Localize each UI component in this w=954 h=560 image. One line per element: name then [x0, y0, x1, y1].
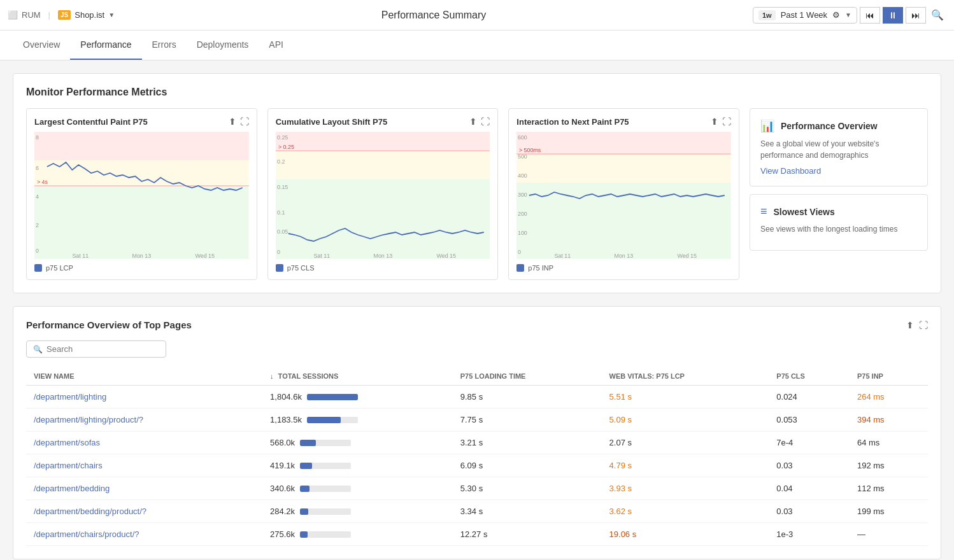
- svg-text:600: 600: [518, 134, 527, 141]
- cell-cls: 0.053: [769, 409, 850, 431]
- cell-view[interactable]: /department/lighting: [26, 386, 262, 409]
- cell-loading: 3.21 s: [453, 431, 602, 454]
- svg-text:0: 0: [277, 249, 280, 255]
- cell-view[interactable]: /department/lighting/product/?: [26, 409, 262, 431]
- svg-rect-13: [276, 132, 490, 151]
- cell-cls: 7e-4: [769, 431, 850, 454]
- forward-button[interactable]: ⏭: [906, 7, 926, 24]
- table-export-button[interactable]: ⬆: [906, 320, 914, 330]
- inp-chart-area: > 500ms 600 500 400 300 200 100 0 Sat 11…: [516, 132, 731, 259]
- svg-text:Mon 13: Mon 13: [132, 253, 151, 259]
- tab-performance[interactable]: Performance: [70, 31, 141, 60]
- pause-button[interactable]: ⏸: [883, 7, 903, 24]
- search-box[interactable]: 🔍: [26, 340, 166, 358]
- svg-text:Wed 15: Wed 15: [678, 253, 697, 259]
- svg-text:500: 500: [518, 153, 527, 160]
- cls-chart-area: > 0.25 0.25 0.2 0.15 0.1 0.05 0 Sat 11 M…: [276, 132, 490, 259]
- col-loading-time[interactable]: P75 LOADING TIME: [453, 367, 602, 386]
- lcp-expand-button[interactable]: ⛶: [240, 116, 249, 127]
- page-title: Performance Summary: [122, 10, 745, 21]
- cell-inp: 64 ms: [850, 431, 928, 454]
- svg-text:Sat 11: Sat 11: [313, 253, 330, 259]
- metrics-card-title: Monitor Performance Metrics: [26, 87, 928, 98]
- inp-chart-panel: Interaction to Next Paint P75 ⬆ ⛶ > 500m…: [508, 108, 739, 280]
- col-lcp[interactable]: WEB VITALS: P75 LCP: [602, 367, 769, 386]
- slowest-views-panel: ≡ Slowest Views See views with the longe…: [750, 194, 928, 251]
- col-view-name: VIEW NAME: [26, 367, 262, 386]
- svg-text:0.25: 0.25: [277, 134, 288, 141]
- app-icon: JS: [58, 10, 71, 20]
- table-row: /department/chairs/product/? 275.6k 12.2…: [26, 523, 928, 546]
- cell-sessions: 275.6k: [262, 523, 453, 546]
- cell-inp: 394 ms: [850, 409, 928, 431]
- inp-expand-button[interactable]: ⛶: [722, 116, 731, 127]
- table-actions: ⬆ ⛶: [906, 320, 928, 330]
- table-section: Performance Overview of Top Pages ⬆ ⛶ 🔍 …: [13, 306, 941, 559]
- search-input[interactable]: [46, 344, 159, 354]
- svg-rect-28: [516, 154, 731, 183]
- rewind-button[interactable]: ⏮: [860, 7, 880, 24]
- svg-text:> 4s: > 4s: [37, 179, 48, 185]
- svg-text:0.1: 0.1: [277, 209, 285, 216]
- cls-legend-label: p75 CLS: [287, 264, 315, 272]
- tab-errors[interactable]: Errors: [142, 31, 187, 60]
- time-label: Past 1 Week: [781, 10, 827, 20]
- cell-view[interactable]: /department/sofas: [26, 431, 262, 454]
- lcp-export-button[interactable]: ⬆: [229, 116, 236, 127]
- cell-view[interactable]: /department/chairs: [26, 454, 262, 477]
- svg-rect-27: [516, 132, 731, 154]
- app-header: ⬜ RUM | JS Shop.ist ▼ Performance Summar…: [0, 0, 954, 31]
- search-icon: 🔍: [33, 345, 43, 354]
- cls-expand-button[interactable]: ⛶: [481, 116, 490, 127]
- cell-inp: 112 ms: [850, 477, 928, 500]
- cell-loading: 12.27 s: [453, 523, 602, 546]
- cell-loading: 3.34 s: [453, 500, 602, 523]
- search-button[interactable]: 🔍: [929, 6, 946, 24]
- svg-rect-1: [34, 160, 249, 186]
- app-name: Shop.ist: [75, 10, 104, 20]
- cell-view[interactable]: /department/bedding: [26, 477, 262, 500]
- svg-text:Wed 15: Wed 15: [436, 253, 456, 259]
- chevron-down-icon: ▼: [108, 11, 115, 18]
- cell-loading: 7.75 s: [453, 409, 602, 431]
- view-dashboard-link[interactable]: View Dashboard: [760, 166, 821, 176]
- time-range-selector[interactable]: 1w Past 1 Week ⚙ ▼: [753, 7, 857, 24]
- cell-view[interactable]: /department/chairs/product/?: [26, 523, 262, 546]
- tab-overview[interactable]: Overview: [13, 31, 70, 60]
- tab-deployments[interactable]: Deployments: [187, 31, 259, 60]
- inp-export-button[interactable]: ⬆: [711, 116, 718, 127]
- table-row: /department/bedding 340.6k 5.30 s 3.93 s…: [26, 477, 928, 500]
- tab-api[interactable]: API: [259, 31, 294, 60]
- cls-export-button[interactable]: ⬆: [469, 116, 477, 127]
- side-panels: 📊 Performance Overview See a global view…: [750, 108, 928, 251]
- svg-text:4: 4: [36, 193, 39, 200]
- table-header-row: VIEW NAME ↓ TOTAL SESSIONS P75 LOADING T…: [26, 367, 928, 386]
- svg-text:0.05: 0.05: [277, 228, 288, 235]
- perf-overview-title: Performance Overview: [781, 121, 878, 131]
- table-row: /department/bedding/product/? 284.2k 3.3…: [26, 500, 928, 523]
- cell-view[interactable]: /department/bedding/product/?: [26, 500, 262, 523]
- lcp-chart-title: Largest Contentful Paint P75: [34, 117, 148, 127]
- pages-table: VIEW NAME ↓ TOTAL SESSIONS P75 LOADING T…: [26, 367, 928, 546]
- col-cls[interactable]: P75 CLS: [769, 367, 850, 386]
- svg-text:0: 0: [36, 248, 39, 254]
- cell-loading: 5.30 s: [453, 477, 602, 500]
- svg-text:> 500ms: > 500ms: [519, 147, 541, 153]
- cell-cls: 0.03: [769, 500, 850, 523]
- svg-text:Sat 11: Sat 11: [72, 253, 89, 259]
- svg-text:Mon 13: Mon 13: [373, 253, 392, 259]
- svg-text:200: 200: [518, 211, 527, 217]
- table-expand-button[interactable]: ⛶: [919, 320, 928, 330]
- app-selector[interactable]: JS Shop.ist ▼: [58, 10, 115, 20]
- inp-chart-header: Interaction to Next Paint P75 ⬆ ⛶: [516, 116, 731, 127]
- col-inp[interactable]: P75 INP: [850, 367, 928, 386]
- lcp-chart-area: > 4s 8 6 4 2 0 Sat 11 Mon 13 Wed 15: [34, 132, 249, 259]
- inp-chart-actions: ⬆ ⛶: [711, 116, 731, 127]
- col-total-sessions[interactable]: ↓ TOTAL SESSIONS: [262, 367, 453, 386]
- time-badge: 1w: [758, 10, 776, 20]
- metrics-card: Monitor Performance Metrics Largest Cont…: [13, 73, 941, 293]
- svg-rect-0: [34, 132, 249, 160]
- list-icon: ≡: [760, 205, 767, 218]
- cell-cls: 0.04: [769, 477, 850, 500]
- lcp-legend: p75 LCP: [34, 264, 249, 272]
